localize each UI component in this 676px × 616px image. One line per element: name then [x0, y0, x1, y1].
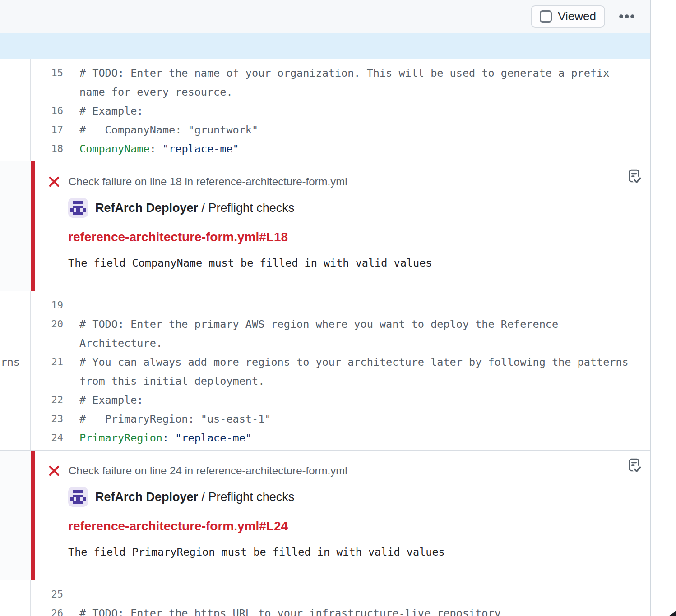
- code-line: 16# Example:: [31, 101, 650, 120]
- diff-body: 15# TODO: Enter the name of your organiz…: [0, 59, 650, 616]
- left-pane: rns: [0, 291, 31, 450]
- checklist-icon-button[interactable]: [625, 456, 643, 474]
- line-number[interactable]: 17: [31, 120, 63, 139]
- checklist-icon-button[interactable]: [625, 167, 643, 185]
- code-rows: 1920# TODO: Enter the primary AWS region…: [31, 291, 650, 450]
- code-rows: 15# TODO: Enter the name of your organiz…: [31, 59, 650, 161]
- code-text: # Example:: [79, 101, 634, 120]
- annotation-link-row: reference-architecture-form.yml#L18: [68, 218, 619, 244]
- viewed-checkbox[interactable]: [540, 10, 552, 23]
- annotation-content: Check failure on line 18 in reference-ar…: [47, 175, 619, 270]
- hunk-header-row: [0, 33, 650, 59]
- annotation-message: The field PrimaryRegion must be filled i…: [68, 545, 619, 559]
- code-text: PrimaryRegion: "replace-me": [79, 428, 634, 447]
- check-app-name: RefArch Deployer: [95, 490, 198, 504]
- code-text: # Example:: [79, 391, 634, 409]
- annotation-title-row: Check failure on line 24 in reference-ar…: [47, 464, 619, 478]
- kebab-menu-button[interactable]: [616, 9, 638, 23]
- annotation-content: Check failure on line 24 in reference-ar…: [47, 464, 619, 559]
- code-line: 26# TODO: Enter the https URL to your in…: [31, 604, 650, 616]
- pull-request-diff-page: Viewed 15# TODO: Enter the name of your …: [0, 0, 676, 616]
- left-pane: [0, 580, 31, 616]
- check-context: / Preflight checks: [198, 201, 294, 215]
- code-text: [79, 296, 634, 315]
- x-icon: [47, 464, 61, 478]
- code-line: 24PrimaryRegion: "replace-me": [31, 428, 650, 447]
- refarch-deployer-avatar: [68, 487, 88, 507]
- line-number[interactable]: 19: [31, 296, 63, 315]
- annotation-title: Check failure on line 18 in reference-ar…: [69, 175, 347, 188]
- checklist-icon: [626, 457, 642, 473]
- mouse-cursor: [669, 611, 676, 616]
- code-text: [79, 585, 634, 604]
- annotation-title: Check failure on line 24 in reference-ar…: [69, 464, 347, 477]
- check-run-row: RefArch Deployer / Preflight checks: [68, 198, 619, 218]
- code-hunk: 15# TODO: Enter the name of your organiz…: [0, 59, 650, 161]
- code-text: # TODO: Enter the https URL to your infr…: [79, 604, 634, 616]
- code-line: 19: [31, 296, 650, 315]
- line-number[interactable]: 25: [31, 585, 63, 604]
- checklist-icon: [626, 168, 642, 184]
- annotation-box: Check failure on line 24 in reference-ar…: [31, 451, 650, 580]
- file-diff-card: Viewed 15# TODO: Enter the name of your …: [0, 0, 651, 616]
- code-text: # You can always add more regions to you…: [79, 353, 634, 391]
- code-line: 15# TODO: Enter the name of your organiz…: [31, 64, 650, 101]
- code-line: 25: [31, 585, 650, 604]
- code-text: CompanyName: "replace-me": [79, 139, 634, 158]
- code-line: 21# You can always add more regions to y…: [31, 353, 650, 391]
- line-number[interactable]: 16: [31, 101, 63, 120]
- annotation-file-link[interactable]: reference-architecture-form.yml#L24: [68, 519, 288, 533]
- annotation-title-row: Check failure on line 18 in reference-ar…: [47, 175, 619, 188]
- file-header-bar: Viewed: [0, 0, 650, 33]
- viewed-button[interactable]: Viewed: [531, 5, 605, 28]
- annotation-box: Check failure on line 18 in reference-ar…: [31, 161, 650, 291]
- check-run-name: RefArch Deployer / Preflight checks: [95, 201, 294, 215]
- line-number[interactable]: 26: [31, 604, 63, 616]
- code-line: 17# CompanyName: "gruntwork": [31, 120, 650, 139]
- code-line: 22# Example:: [31, 391, 650, 409]
- kebab-horizontal-icon: [619, 14, 635, 19]
- check-run-row: RefArch Deployer / Preflight checks: [68, 487, 619, 507]
- refarch-deployer-avatar: [68, 198, 88, 218]
- code-line: 18CompanyName: "replace-me": [31, 139, 650, 158]
- code-hunk: rns 1920# TODO: Enter the primary AWS re…: [0, 291, 650, 450]
- x-icon: [47, 175, 61, 188]
- check-context: / Preflight checks: [198, 490, 294, 504]
- check-annotation: Check failure on line 18 in reference-ar…: [0, 161, 650, 291]
- left-pane: [0, 161, 31, 291]
- check-annotation: Check failure on line 24 in reference-ar…: [0, 450, 650, 580]
- code-text: # PrimaryRegion: "us-east-1": [79, 409, 634, 428]
- code-text: # TODO: Enter the primary AWS region whe…: [79, 315, 634, 353]
- line-number[interactable]: 23: [31, 409, 63, 428]
- viewed-label: Viewed: [558, 9, 596, 23]
- annotation-file-link[interactable]: reference-architecture-form.yml#L18: [68, 230, 288, 244]
- check-app-name: RefArch Deployer: [95, 201, 198, 215]
- line-number[interactable]: 22: [31, 391, 63, 409]
- annotation-link-row: reference-architecture-form.yml#L24: [68, 507, 619, 533]
- code-text: # TODO: Enter the name of your organizat…: [79, 64, 634, 101]
- code-text: # CompanyName: "gruntwork": [79, 120, 634, 139]
- left-pane: [0, 451, 31, 580]
- line-number[interactable]: 18: [31, 139, 63, 158]
- left-pane: [0, 59, 31, 161]
- line-number[interactable]: 21: [31, 353, 63, 391]
- line-number[interactable]: 20: [31, 315, 63, 353]
- check-run-name: RefArch Deployer / Preflight checks: [95, 490, 294, 504]
- code-rows: 2526# TODO: Enter the https URL to your …: [31, 580, 650, 616]
- code-line: 20# TODO: Enter the primary AWS region w…: [31, 315, 650, 353]
- line-number[interactable]: 24: [31, 428, 63, 447]
- code-hunk: 2526# TODO: Enter the https URL to your …: [0, 580, 650, 616]
- left-pane-overflow-text: rns: [1, 353, 20, 372]
- code-line: 23# PrimaryRegion: "us-east-1": [31, 409, 650, 428]
- line-number[interactable]: 15: [31, 64, 63, 101]
- annotation-message: The field CompanyName must be filled in …: [68, 256, 619, 270]
